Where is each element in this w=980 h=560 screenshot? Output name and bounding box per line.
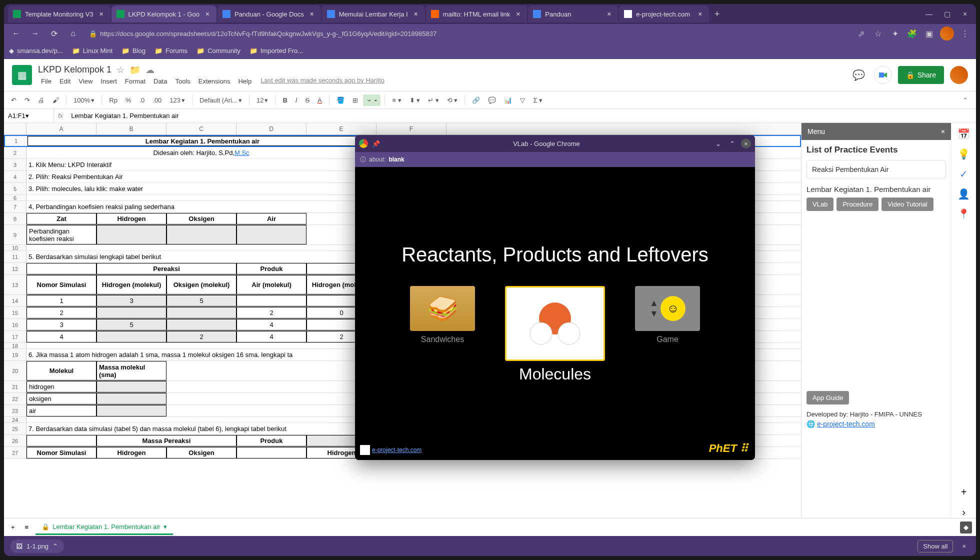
borders-button[interactable]: ⊞ bbox=[350, 94, 361, 106]
chevron-up-icon[interactable]: ⌃ bbox=[52, 542, 58, 550]
menu-insert[interactable]: Insert bbox=[98, 76, 120, 86]
bookmark-blog[interactable]: 📁 Blog bbox=[122, 47, 146, 54]
cell[interactable]: 6. Jika massa 1 atom hidrogen adalah 1 s… bbox=[26, 349, 376, 360]
col-header-c[interactable]: C bbox=[166, 123, 236, 134]
cell[interactable] bbox=[166, 319, 236, 330]
reload-button[interactable]: ⟳ bbox=[47, 26, 61, 40]
formula-input[interactable]: Lembar Kegiatan 1. Pembentukan air bbox=[67, 112, 976, 120]
close-icon[interactable]: × bbox=[412, 10, 420, 18]
close-window-button[interactable]: × bbox=[958, 7, 972, 21]
bookmark-community[interactable]: 📁 Community bbox=[196, 47, 240, 54]
cell[interactable] bbox=[26, 245, 376, 250]
wrap-button[interactable]: ↵ ▾ bbox=[425, 94, 442, 106]
extensions-icon[interactable]: 🧩 bbox=[906, 28, 918, 40]
menu-format[interactable]: Format bbox=[122, 76, 148, 86]
bookmark-icon[interactable]: ☆ bbox=[872, 28, 884, 40]
sheet-tab-lembar[interactable]: 🔒Lembar Kegiatan 1. Pembentukan air ▾ bbox=[36, 520, 172, 535]
tab-eproject[interactable]: e-project-tech.com× bbox=[619, 6, 709, 22]
cell[interactable]: 3. Pilih: molecules, lalu klik: make wat… bbox=[26, 183, 376, 194]
italic-button[interactable]: I bbox=[292, 94, 300, 106]
cell[interactable]: Hidrogen bbox=[96, 213, 166, 224]
text-color-button[interactable]: A bbox=[314, 94, 325, 106]
number-format-button[interactable]: 123▾ bbox=[166, 94, 188, 106]
tab-mailto[interactable]: mailto: HTML email link× bbox=[426, 6, 528, 22]
new-tab-button[interactable]: + bbox=[710, 7, 724, 21]
decrease-decimal-button[interactable]: .0 bbox=[136, 94, 148, 106]
cell[interactable]: Nomor Simulasi bbox=[26, 275, 96, 294]
undo-button[interactable]: ↶ bbox=[8, 94, 20, 106]
filter-button[interactable]: ▽ bbox=[517, 94, 528, 106]
valign-button[interactable]: ⬍ ▾ bbox=[406, 94, 424, 106]
close-icon[interactable]: × bbox=[514, 10, 522, 18]
minimize-button[interactable]: — bbox=[922, 7, 936, 21]
cell[interactable]: Didesain oleh: Harjito, S.Pd, M.Sc bbox=[26, 147, 376, 158]
cell[interactable]: Nomor Simulasi bbox=[26, 447, 96, 458]
cell[interactable]: Air bbox=[236, 213, 306, 224]
hide-rail-icon[interactable]: › bbox=[958, 506, 970, 518]
menu-icon[interactable]: ⋮ bbox=[959, 28, 971, 40]
all-sheets-button[interactable]: ≡ bbox=[22, 522, 32, 533]
tab-lkpd-kelompok[interactable]: LKPD Kelompok 1 - Goo× bbox=[112, 6, 216, 22]
col-header-b[interactable]: B bbox=[96, 123, 166, 134]
cell[interactable] bbox=[236, 225, 306, 244]
tab-panduan2[interactable]: Panduan× bbox=[528, 6, 618, 22]
bookmark-forums[interactable]: 📁 Forums bbox=[154, 47, 188, 54]
col-header-d[interactable]: D bbox=[236, 123, 306, 134]
add-addon-icon[interactable]: + bbox=[958, 486, 970, 498]
menu-file[interactable]: File bbox=[38, 76, 54, 86]
home-button[interactable]: ⌂ bbox=[66, 26, 80, 40]
halign-button[interactable]: ≡ ▾ bbox=[389, 94, 404, 106]
comments-icon[interactable]: 💬 bbox=[850, 66, 868, 84]
cell[interactable]: Hidrogen (molekul) bbox=[96, 275, 166, 294]
cell[interactable]: 5. Berdasarkan simulasi lengkapi tabel b… bbox=[26, 251, 376, 262]
cell[interactable]: Produk bbox=[236, 435, 306, 446]
menu-data[interactable]: Data bbox=[150, 76, 170, 86]
vlab-button[interactable]: VLab bbox=[806, 198, 834, 211]
fill-color-button[interactable]: 🪣 bbox=[334, 94, 348, 106]
practice-event-item[interactable]: Reaksi Pembentukan Air bbox=[806, 160, 946, 179]
cell[interactable]: 2. Pilih: Reaksi Pembentukan Air bbox=[26, 171, 376, 182]
tab-memulai[interactable]: Memulai Lembar Kerja I× bbox=[322, 6, 425, 22]
video-tutorial-button[interactable]: Video Tutorial bbox=[882, 198, 933, 211]
cell[interactable]: Perbandingan koefisien reaksi bbox=[26, 225, 96, 244]
cell[interactable]: oksigen bbox=[26, 393, 96, 404]
add-sheet-button[interactable]: + bbox=[8, 522, 18, 533]
cell[interactable]: Produk bbox=[236, 263, 306, 274]
currency-button[interactable]: Rp bbox=[106, 94, 120, 106]
cell[interactable] bbox=[96, 405, 166, 416]
popup-maximize-icon[interactable]: ⌃ bbox=[727, 138, 737, 148]
bookmark-smansa[interactable]: ◆ smansa.dev/p... bbox=[9, 47, 63, 54]
merge-button[interactable]: ⫟ ▾ bbox=[363, 94, 381, 106]
vlab-option-molecules[interactable]: Molecules bbox=[505, 286, 605, 384]
cell[interactable]: Massa molekul (sma) bbox=[96, 361, 166, 380]
forward-button[interactable]: → bbox=[28, 26, 42, 40]
last-edit-text[interactable]: Last edit was made seconds ago by Harjit… bbox=[260, 76, 384, 86]
cell[interactable]: 4 bbox=[236, 319, 306, 330]
cell[interactable] bbox=[96, 331, 166, 342]
close-icon[interactable]: × bbox=[696, 10, 704, 18]
close-icon[interactable]: × bbox=[605, 10, 613, 18]
cell[interactable]: Zat bbox=[26, 213, 96, 224]
download-item[interactable]: 🖼1-1.png⌃ bbox=[10, 540, 64, 553]
cell[interactable]: Molekul bbox=[26, 361, 96, 380]
cell-reference-input[interactable]: A1:F1 ▾ bbox=[4, 109, 54, 122]
bold-button[interactable]: B bbox=[280, 94, 290, 106]
cell[interactable]: 5 bbox=[96, 319, 166, 330]
maximize-button[interactable]: ▢ bbox=[940, 7, 954, 21]
strikethrough-button[interactable]: S bbox=[302, 94, 312, 106]
vlab-option-sandwiches[interactable]: 🥪 Sandwiches bbox=[410, 286, 475, 344]
popup-close-icon[interactable]: × bbox=[741, 138, 751, 148]
cell[interactable]: Lembar Kegiatan 1. Pembentukan air bbox=[28, 136, 378, 146]
keep-icon[interactable]: 💡 bbox=[958, 148, 970, 160]
cell[interactable]: 1. Klik Menu: LKPD Interaktif bbox=[26, 159, 376, 170]
collapse-toolbar-button[interactable]: ⌃ bbox=[958, 94, 972, 106]
cell[interactable] bbox=[166, 225, 236, 244]
cell[interactable]: 2 bbox=[236, 307, 306, 318]
maps-icon[interactable]: 📍 bbox=[958, 208, 970, 220]
extension-icon[interactable]: ✦ bbox=[889, 28, 901, 40]
share-icon[interactable]: ⬀ bbox=[855, 28, 867, 40]
link-button[interactable]: 🔗 bbox=[469, 94, 483, 106]
close-download-bar-icon[interactable]: × bbox=[958, 542, 970, 550]
document-title[interactable]: LKPD Kelompok 1 ☆ 📁 ☁ bbox=[38, 64, 844, 76]
folder-icon[interactable]: 📁 bbox=[130, 64, 140, 76]
